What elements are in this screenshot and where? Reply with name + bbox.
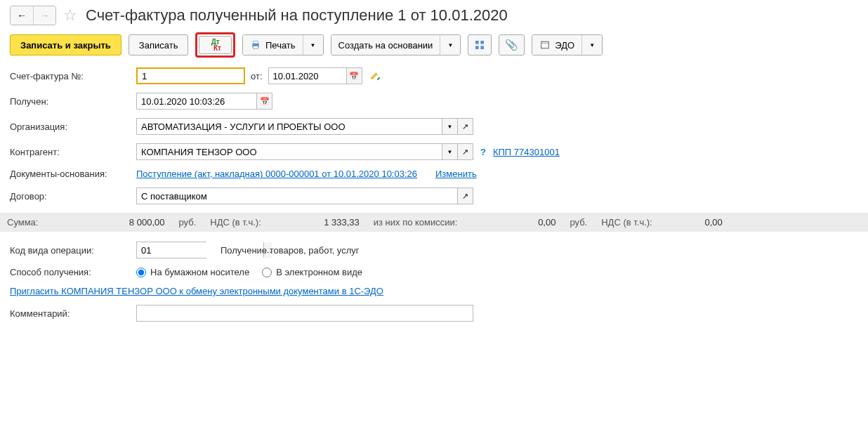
- page-title: Счет-фактура полученный на поступление 1…: [86, 6, 508, 25]
- received-input[interactable]: [137, 93, 256, 109]
- help-icon[interactable]: ?: [480, 147, 486, 157]
- edo-label: ЭДО: [555, 40, 574, 51]
- contractor-label: Контрагент:: [10, 147, 136, 157]
- edo-group: ЭДО ▼: [532, 34, 603, 55]
- received-label: Получен:: [10, 96, 136, 107]
- svg-rect-3: [475, 41, 479, 44]
- sum-value: 8 000,00: [52, 217, 164, 228]
- svg-rect-4: [481, 41, 485, 44]
- printer-icon: [250, 39, 261, 51]
- method-electronic-input[interactable]: [262, 268, 272, 277]
- favorite-star-icon[interactable]: ☆: [63, 6, 77, 25]
- contract-input[interactable]: [137, 188, 457, 204]
- vat-value: 1 333,33: [275, 217, 360, 228]
- dtkt-button[interactable]: Дт Кт: [199, 36, 232, 54]
- contractor-dropdown-button[interactable]: ▼: [442, 144, 457, 159]
- print-button[interactable]: Печать: [243, 35, 303, 55]
- chevron-down-icon: ▼: [447, 42, 453, 48]
- open-icon: ↗: [462, 147, 468, 157]
- print-dropdown[interactable]: ▼: [303, 35, 323, 55]
- svg-rect-5: [475, 46, 479, 49]
- org-open-button[interactable]: ↗: [457, 119, 473, 134]
- calendar-icon: 📅: [260, 97, 270, 106]
- back-button[interactable]: ←: [11, 6, 33, 25]
- create-based-label: Создать на основании: [338, 40, 433, 51]
- vat2-value: 0,00: [666, 217, 723, 228]
- calendar-button[interactable]: 📅: [346, 68, 362, 84]
- change-link[interactable]: Изменить: [435, 169, 477, 179]
- rub2-label: руб.: [570, 217, 587, 228]
- save-close-button[interactable]: Записать и закрыть: [10, 34, 121, 55]
- from-date-field: 📅: [268, 67, 362, 84]
- op-code-desc: Получение товаров, работ, услуг: [221, 245, 360, 256]
- method-label: Способ получения:: [10, 267, 136, 277]
- chevron-down-icon: ▼: [447, 149, 453, 155]
- contract-field: ↗: [136, 188, 473, 204]
- contractor-input[interactable]: [137, 144, 442, 159]
- number-label: Счет-фактура №:: [10, 71, 136, 81]
- summary-bar: Сумма: 8 000,00 руб. НДС (в т.ч.): 1 333…: [0, 213, 868, 232]
- svg-rect-7: [541, 41, 549, 48]
- received-calendar-button[interactable]: 📅: [256, 93, 272, 109]
- save-button[interactable]: Записать: [129, 34, 189, 55]
- edit-date-icon[interactable]: [369, 70, 381, 83]
- forward-button[interactable]: →: [33, 6, 55, 25]
- op-code-label: Код вида операции:: [10, 245, 136, 256]
- calendar-icon: 📅: [349, 72, 359, 81]
- contract-open-button[interactable]: ↗: [457, 188, 473, 204]
- chevron-down-icon: ▼: [310, 42, 316, 48]
- from-date-input[interactable]: [269, 68, 346, 84]
- method-electronic-text: В электронном виде: [276, 267, 362, 277]
- paperclip-icon: 📎: [505, 39, 518, 51]
- arrow-right-icon: →: [40, 10, 50, 21]
- print-button-group: Печать ▼: [242, 34, 324, 55]
- contractor-open-button[interactable]: ↗: [457, 144, 473, 159]
- commission-label: из них по комиссии:: [374, 217, 458, 228]
- vat-label: НДС (в т.ч.):: [210, 217, 261, 228]
- dtkt-icon: Дт Кт: [209, 39, 221, 51]
- method-paper-radio[interactable]: На бумажном носителе: [136, 267, 249, 277]
- org-field: ▼ ↗: [136, 118, 473, 135]
- open-icon: ↗: [462, 192, 468, 201]
- chevron-down-icon: ▼: [447, 124, 453, 130]
- comment-input[interactable]: [136, 305, 473, 322]
- org-dropdown-button[interactable]: ▼: [442, 119, 457, 134]
- edo-button[interactable]: ЭДО: [532, 35, 581, 55]
- edo-dropdown[interactable]: ▼: [581, 35, 602, 55]
- rub-label: руб.: [178, 217, 196, 228]
- chevron-down-icon: ▼: [589, 42, 595, 48]
- open-icon: ↗: [462, 122, 468, 131]
- org-label: Организация:: [10, 121, 136, 132]
- org-input[interactable]: [137, 119, 442, 134]
- number-input[interactable]: [136, 67, 245, 84]
- invite-edo-link[interactable]: Пригласить КОМПАНИЯ ТЕНЗОР ООО к обмену …: [10, 286, 383, 296]
- create-based-group: Создать на основании ▼: [331, 34, 461, 55]
- dtkt-highlight: Дт Кт: [195, 32, 235, 58]
- svg-rect-6: [481, 46, 485, 49]
- kpp-link[interactable]: КПП 774301001: [493, 147, 560, 157]
- contractor-field: ▼ ↗: [136, 143, 473, 160]
- basis-label: Документы-основания:: [10, 169, 136, 179]
- svg-rect-1: [254, 41, 258, 44]
- basis-link[interactable]: Поступление (акт, накладная) 0000-000001…: [136, 169, 417, 179]
- method-electronic-radio[interactable]: В электронном виде: [262, 267, 362, 277]
- comment-label: Комментарий:: [10, 308, 136, 319]
- op-code-field: …: [136, 242, 206, 258]
- structure-button[interactable]: [468, 34, 492, 55]
- contract-label: Договор:: [10, 191, 136, 202]
- create-based-button[interactable]: Создать на основании: [331, 35, 440, 55]
- print-label: Печать: [265, 40, 296, 51]
- method-paper-text: На бумажном носителе: [150, 267, 249, 277]
- edo-icon: [539, 39, 551, 51]
- create-based-dropdown[interactable]: ▼: [440, 35, 460, 55]
- from-label: от:: [251, 71, 263, 81]
- nav-buttons: ← →: [10, 6, 56, 25]
- arrow-left-icon: ←: [17, 10, 27, 21]
- structure-icon: [474, 39, 485, 51]
- vat2-label: НДС (в т.ч.):: [601, 217, 652, 228]
- received-field: 📅: [136, 93, 272, 110]
- method-paper-input[interactable]: [136, 268, 146, 277]
- sum-label: Сумма:: [7, 217, 38, 228]
- svg-rect-2: [254, 46, 258, 48]
- attachment-button[interactable]: 📎: [499, 34, 525, 55]
